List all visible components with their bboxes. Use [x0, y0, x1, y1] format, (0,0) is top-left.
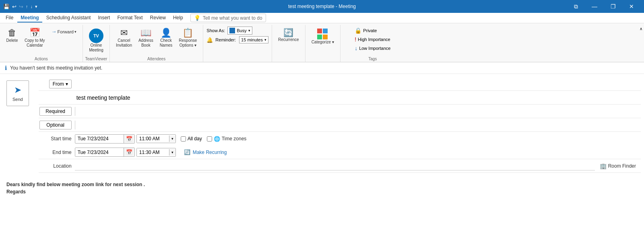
menu-help[interactable]: Help — [170, 14, 186, 23]
end-calendar-icon[interactable]: 📅 — [124, 148, 134, 156]
menu-insert[interactable]: Insert — [95, 14, 113, 23]
reminder-value: 15 minutes — [241, 37, 263, 42]
required-button[interactable]: Required — [39, 107, 72, 116]
start-time-input[interactable] — [137, 135, 169, 143]
from-label: From — [53, 81, 64, 87]
menu-file[interactable]: File — [2, 14, 17, 23]
end-time-input[interactable] — [137, 148, 169, 156]
reminder-row: 🔔 Reminder: 15 minutes ▾ — [206, 36, 268, 43]
send-icon: ➤ — [14, 85, 21, 95]
move-up-icon[interactable]: ↑ — [26, 4, 28, 9]
globe-icon: 🌐 — [214, 136, 220, 142]
required-label: Required — [45, 109, 65, 114]
low-importance-icon: ↓ — [355, 45, 357, 51]
redo-icon[interactable]: ↪ — [19, 4, 23, 10]
info-message: You haven't sent this meeting invitation… — [10, 65, 102, 71]
tags-buttons: 🔒 Private ! High Importance ↓ Low Import… — [353, 27, 392, 58]
all-day-wrap[interactable]: All day — [181, 136, 202, 142]
make-recurring-wrap[interactable]: 🔄 Make Recurring — [184, 149, 227, 155]
forward-button[interactable]: → Forward ▾ — [49, 27, 79, 37]
response-options-button[interactable]: 📋 ResponseOptions ▾ — [176, 27, 200, 50]
required-input[interactable] — [75, 107, 641, 116]
delete-label: Delete — [6, 38, 18, 43]
menu-bar: File Meeting Scheduling Assistant Insert… — [0, 13, 644, 23]
send-label: Send — [12, 97, 23, 102]
recurrence-button[interactable]: 🔄 Recurrence — [275, 27, 302, 44]
room-finder-icon: 🏢 — [600, 163, 607, 169]
categorize-label: Categorize ▾ — [312, 40, 334, 45]
ribbon-group-recurrence: 🔄 Recurrence — [272, 25, 305, 62]
optional-row: Optional — [39, 118, 641, 132]
reminder-label: Reminder: — [215, 37, 236, 42]
show-as-label: Show As: — [206, 28, 225, 33]
move-down-icon[interactable]: ↓ — [31, 4, 33, 9]
time-zones-wrap[interactable]: 🌐 Time zones — [207, 136, 247, 142]
menu-format-text[interactable]: Format Text — [114, 14, 146, 23]
title-input[interactable] — [75, 93, 641, 103]
high-importance-button[interactable]: ! High Importance — [353, 35, 392, 43]
address-book-icon: 📖 — [140, 29, 151, 37]
window-title: test meeting template - Meeting — [288, 4, 356, 9]
high-importance-icon: ! — [355, 36, 356, 43]
undo-icon[interactable]: ↩ — [12, 4, 17, 10]
delete-icon: 🗑 — [8, 29, 17, 37]
time-zones-checkbox[interactable] — [207, 136, 212, 142]
save-icon[interactable]: 💾 — [3, 4, 10, 10]
tell-me-box[interactable]: 💡 Tell me what you want to do — [190, 14, 266, 22]
cancel-invitation-button[interactable]: ✉ CancelInvitation — [113, 27, 135, 50]
time-zones-label: Time zones — [222, 136, 247, 142]
start-time-input-wrap: ▾ — [136, 134, 176, 143]
resize-btn[interactable]: ⧉ — [567, 0, 585, 13]
from-button[interactable]: From ▾ — [49, 80, 72, 88]
form-area: ➤ Send From ▾ Required — [0, 74, 644, 176]
check-names-icon: 👤 — [161, 29, 171, 37]
start-date-input-wrap: 📅 — [75, 134, 135, 144]
location-input[interactable] — [75, 161, 595, 170]
recurrence-icon: 🔄 — [283, 29, 293, 37]
teamviewer-icon: TV — [89, 29, 103, 43]
end-time-arrow-icon[interactable]: ▾ — [169, 149, 175, 156]
online-meeting-button[interactable]: TV OnlineMeeting — [86, 27, 106, 55]
window-controls: ⧉ — ❐ ✕ — [567, 0, 641, 13]
low-importance-button[interactable]: ↓ Low Importance — [353, 44, 392, 52]
body-line2: Regards — [6, 188, 638, 195]
check-names-button[interactable]: 👤 CheckNames — [157, 27, 175, 50]
close-btn[interactable]: ✕ — [622, 0, 641, 13]
cancel-invitation-icon: ✉ — [120, 29, 128, 37]
restore-btn[interactable]: ❐ — [604, 0, 622, 13]
start-time-arrow-icon[interactable]: ▾ — [169, 135, 175, 142]
menu-scheduling-assistant[interactable]: Scheduling Assistant — [43, 14, 94, 23]
reminder-dropdown[interactable]: 15 minutes ▾ — [239, 36, 268, 43]
minimize-btn[interactable]: — — [585, 0, 604, 13]
start-calendar-icon[interactable]: 📅 — [124, 135, 134, 143]
bell-icon: 🔔 — [206, 37, 213, 43]
show-as-dropdown[interactable]: Busy ▾ — [227, 27, 252, 35]
optional-button[interactable]: Optional — [39, 121, 72, 129]
categorize-button[interactable]: Categorize ▾ — [309, 27, 337, 47]
send-area: ➤ Send — [0, 77, 35, 173]
delete-button[interactable]: 🗑 Delete — [3, 27, 21, 45]
ribbon-group-options: Show As: Busy ▾ 🔔 Reminder: 15 minutes ▾ — [203, 25, 272, 62]
start-date-input[interactable] — [75, 135, 124, 143]
copy-calendar-label: Copy to MyCalendar — [25, 38, 45, 48]
menu-review[interactable]: Review — [147, 14, 169, 23]
all-day-checkbox[interactable] — [181, 136, 186, 142]
forward-label: Forward — [58, 29, 74, 34]
ribbon-group-actions: 🗑 Delete 📅 Copy to MyCalendar → Forward … — [0, 25, 83, 62]
lock-icon: 🔒 — [355, 27, 361, 34]
form-fields: From ▾ Required Optional — [35, 77, 644, 173]
copy-to-calendar-button[interactable]: 📅 Copy to MyCalendar — [22, 27, 48, 50]
ribbon-group-categorize: Categorize ▾ — [305, 25, 341, 62]
customize-icon[interactable]: ▾ — [35, 4, 37, 9]
private-button[interactable]: 🔒 Private — [353, 27, 378, 35]
ribbon-collapse-button[interactable]: ∧ — [638, 25, 644, 33]
forward-arrow-icon: → — [52, 29, 57, 35]
optional-input[interactable] — [75, 121, 641, 129]
menu-meeting[interactable]: Meeting — [17, 14, 42, 23]
send-button[interactable]: ➤ Send — [6, 80, 29, 106]
show-as-row: Show As: Busy ▾ — [206, 27, 268, 35]
address-book-button[interactable]: 📖 AddressBook — [136, 27, 156, 50]
reminder-arrow-icon: ▾ — [264, 38, 266, 42]
end-date-input[interactable] — [75, 148, 124, 156]
room-finder-button[interactable]: 🏢 Room Finder — [595, 163, 641, 169]
